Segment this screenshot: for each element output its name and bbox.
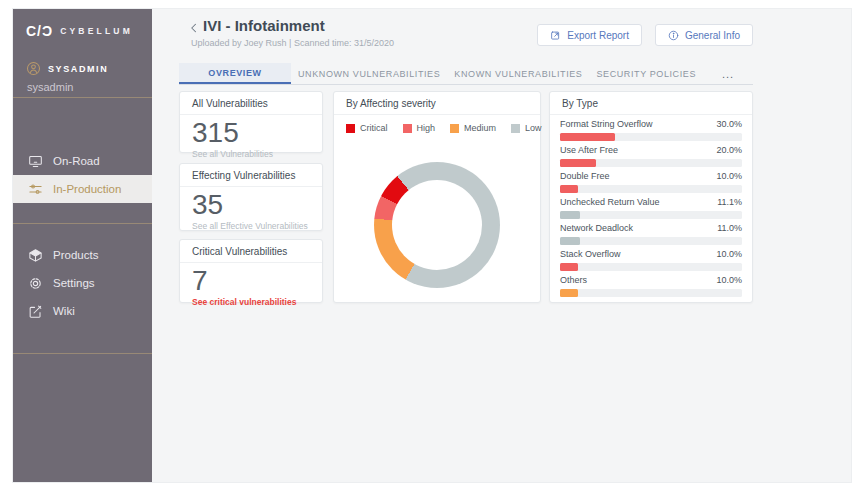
bar-value: 11.1% (717, 197, 742, 207)
legend-swatch (450, 124, 459, 133)
bar-fill (560, 237, 580, 245)
bar-label: Others (560, 275, 587, 285)
export-report-button[interactable]: Export Report (537, 24, 642, 46)
severity-donut-chart (374, 162, 500, 288)
bar-row: Format String Overflow 30.0% (560, 119, 742, 145)
header-actions: Export Report General Info (537, 24, 753, 46)
bar-fill (560, 263, 578, 271)
bar-track (560, 263, 742, 271)
see-all-link[interactable]: See critical vulnerabilities (192, 297, 310, 307)
box-icon (28, 248, 43, 263)
info-icon (668, 30, 679, 41)
monitor-icon (28, 154, 43, 169)
brand-logo: C/Ɔ CYBELLUM (26, 23, 133, 39)
tabs-more-button[interactable]: ... (703, 63, 753, 84)
card-title: By Affecting severity (346, 98, 436, 109)
legend-label: Critical (360, 123, 388, 133)
legend-item: Critical (346, 123, 388, 133)
summary-card: Critical Vulnerabilities 7 See critical … (179, 239, 323, 303)
bar-row: Others 10.0% (560, 275, 742, 301)
bar-track (560, 185, 742, 193)
bar-value: 11.0% (717, 223, 742, 233)
see-all-link[interactable]: See all Vulnerabilities (192, 149, 310, 159)
sidebar-nav-primary: On-Road In-Production (13, 147, 152, 203)
sliders-icon (28, 182, 43, 197)
bar-value: 10.0% (716, 249, 742, 259)
bar-fill (560, 133, 615, 141)
chart-legend: Critical High Medium Low (346, 123, 542, 133)
legend-label: Low (525, 123, 542, 133)
bar-value: 20.0% (716, 145, 742, 155)
severity-chart-card: By Affecting severity Critical High Medi… (333, 91, 541, 303)
card-title: By Type (562, 98, 598, 109)
bar-row: Stack Overflow 10.0% (560, 249, 742, 275)
summary-card: All Vulnerabilities 315 See all Vulnerab… (179, 91, 323, 153)
legend-label: High (417, 123, 436, 133)
app-window: C/Ɔ CYBELLUM SYSADMIN sysadmin On-Road I… (12, 8, 852, 483)
bar-row: Network Deadlock 11.0% (560, 223, 742, 249)
user-role: SYSADMIN (48, 64, 108, 74)
edit-icon (28, 304, 43, 319)
bar-row: Unchecked Return Value 11.1% (560, 197, 742, 223)
sidebar: C/Ɔ CYBELLUM SYSADMIN sysadmin On-Road I… (13, 9, 152, 482)
bar-value: 10.0% (716, 171, 742, 181)
card-title: Critical Vulnerabilities (192, 246, 287, 257)
legend-item: Medium (450, 123, 496, 133)
tab-unknown-vulnerabilities[interactable]: UNKNOWN VULNERABILITIES (291, 63, 447, 84)
back-icon[interactable] (188, 22, 200, 34)
main-content: IVI - Infotainment Uploaded by Joey Rush… (152, 9, 853, 482)
bar-fill (560, 159, 596, 167)
bar-label: Use After Free (560, 145, 618, 155)
username: sysadmin (27, 81, 73, 93)
see-all-link[interactable]: See all Effective Vulnerabilities (192, 221, 310, 231)
sidebar-item-products[interactable]: Products (13, 241, 152, 269)
bar-chart: Format String Overflow 30.0% Use After F… (550, 115, 752, 301)
bar-track (560, 237, 742, 245)
bar-label: Format String Overflow (560, 119, 653, 129)
bar-label: Double Free (560, 171, 610, 181)
sidebar-divider (13, 97, 152, 98)
bar-fill (560, 289, 578, 297)
sidebar-item-on-road[interactable]: On-Road (13, 147, 152, 175)
bar-row: Double Free 10.0% (560, 171, 742, 197)
brand-name: CYBELLUM (60, 26, 133, 36)
legend-swatch (403, 124, 412, 133)
bar-value: 10.0% (716, 275, 742, 285)
bar-track (560, 211, 742, 219)
tab-bar: OVREVIEWUNKNOWN VULNERABILITIESKNOWN VUL… (179, 63, 753, 85)
sidebar-item-settings[interactable]: Settings (13, 269, 152, 297)
page-subtitle: Uploaded by Joey Rush | Scanned time: 31… (191, 38, 394, 48)
legend-swatch (346, 124, 355, 133)
summary-card: Effecting Vulnerabilities 35 See all Eff… (179, 163, 323, 231)
card-title: Effecting Vulnerabilities (192, 170, 295, 181)
tab-security-policies[interactable]: SECURITY POLICIES (589, 63, 703, 84)
bar-fill (560, 185, 578, 193)
legend-item: Low (511, 123, 542, 133)
page: C/Ɔ CYBELLUM SYSADMIN sysadmin On-Road I… (0, 0, 859, 494)
tab-ovreview[interactable]: OVREVIEW (179, 63, 291, 84)
user-icon (26, 61, 41, 76)
sidebar-nav-secondary: Products Settings Wiki (13, 241, 152, 325)
bar-label: Unchecked Return Value (560, 197, 659, 207)
sidebar-item-wiki[interactable]: Wiki (13, 297, 152, 325)
legend-swatch (511, 124, 520, 133)
card-title: All Vulnerabilities (192, 98, 268, 109)
sidebar-item-in-production[interactable]: In-Production (13, 175, 152, 203)
general-info-button[interactable]: General Info (655, 24, 753, 46)
tab-known-vulnerabilities[interactable]: KNOWN VULNERABILITIES (447, 63, 589, 84)
legend-item: High (403, 123, 436, 133)
bar-fill (560, 211, 580, 219)
bar-track (560, 159, 742, 167)
legend-label: Medium (464, 123, 496, 133)
gear-icon (28, 276, 43, 291)
vulnerability-count: 35 (192, 190, 310, 220)
page-title: IVI - Infotainment (203, 17, 325, 34)
bar-track (560, 289, 742, 297)
export-icon (550, 30, 561, 41)
by-type-chart-card: By Type Format String Overflow 30.0% Use… (549, 91, 753, 303)
user-badge: SYSADMIN (26, 61, 108, 76)
vulnerability-count: 315 (192, 118, 310, 148)
cybellum-logo-icon: C/Ɔ (26, 23, 53, 39)
bar-value: 30.0% (716, 119, 742, 129)
bar-row: Use After Free 20.0% (560, 145, 742, 171)
